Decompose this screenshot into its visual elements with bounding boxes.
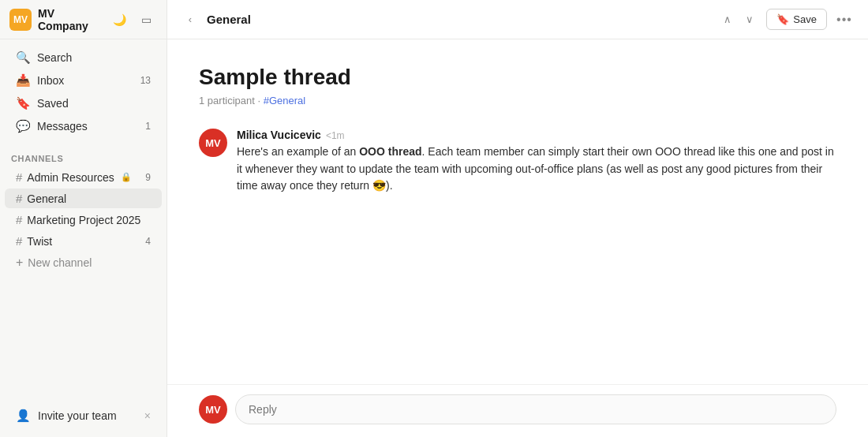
save-label: Save <box>793 13 817 25</box>
message-text-bold: OOO thread <box>359 145 421 158</box>
channel-item-marketing-project[interactable]: # Marketing Project 2025 <box>5 210 162 230</box>
header-icons: 🌙 ▭ <box>108 9 157 31</box>
thread-meta-separator: · <box>257 95 263 106</box>
up-arrow-button[interactable]: ∧ <box>717 9 738 30</box>
inbox-icon: 📥 <box>16 73 30 88</box>
new-channel-button[interactable]: + New channel <box>5 252 162 273</box>
channel-label-marketing: Marketing Project 2025 <box>27 214 140 226</box>
bookmark-icon: 🔖 <box>776 13 789 25</box>
reply-row: MV <box>199 394 836 424</box>
lock-icon: 🔒 <box>121 172 132 182</box>
sidebar-item-saved-label: Saved <box>37 97 69 110</box>
channels-section-label: Channels <box>0 144 166 166</box>
invite-team-label: Invite your team <box>38 409 117 422</box>
channel-item-general[interactable]: # General <box>5 189 162 208</box>
hash-icon: # <box>16 234 22 248</box>
hash-icon: # <box>16 213 22 226</box>
invite-close-button[interactable]: × <box>144 409 151 422</box>
new-channel-label: New channel <box>28 256 92 269</box>
topbar-channel-name: General <box>207 13 251 26</box>
channel-badge-admin-resources: 9 <box>145 172 151 183</box>
sidebar-header: MV MV Company 🌙 ▭ <box>0 0 166 39</box>
sidebar-item-search[interactable]: 🔍 Search <box>5 47 162 69</box>
nav-arrows: ∧ ∨ <box>717 9 760 30</box>
person-icon: 👤 <box>16 409 31 423</box>
down-arrow-button[interactable]: ∨ <box>739 9 760 30</box>
message-body: Milica Vucicevic <1m Here's an example o… <box>237 129 836 195</box>
thread-meta: 1 participant · #General <box>199 95 836 106</box>
message-text: Here's an example of an OOO thread. Each… <box>237 144 836 195</box>
sidebar-item-messages-label: Messages <box>37 120 88 133</box>
company-avatar: MV <box>9 9 32 31</box>
channel-label-admin-resources: Admin Resources <box>27 171 114 184</box>
topbar-right: ∧ ∨ 🔖 Save ••• <box>717 9 855 31</box>
message-author-row: Milica Vucicevic <1m <box>237 129 836 141</box>
thread-area: Sample thread 1 participant · #General M… <box>167 39 868 384</box>
reply-input[interactable] <box>235 394 836 424</box>
reply-avatar: MV <box>199 395 227 424</box>
message-row: MV Milica Vucicevic <1m Here's an exampl… <box>199 129 836 195</box>
sidebar-item-search-label: Search <box>37 51 72 64</box>
reply-area: MV <box>167 384 868 437</box>
messages-badge: 1 <box>145 121 151 132</box>
hash-icon: # <box>16 170 22 184</box>
dark-mode-toggle[interactable]: 🌙 <box>108 9 130 31</box>
thread-participants: 1 participant <box>199 95 255 106</box>
channel-badge-twist: 4 <box>145 236 151 247</box>
channel-item-admin-resources[interactable]: # Admin Resources 🔒 9 <box>5 167 162 187</box>
author-name: Milica Vucicevic <box>237 129 321 141</box>
thread-channel-link[interactable]: #General <box>264 95 305 106</box>
topbar: ‹ General ∧ ∨ 🔖 Save ••• <box>167 0 868 39</box>
save-button[interactable]: 🔖 Save <box>766 9 827 30</box>
author-time: <1m <box>326 130 345 141</box>
inbox-badge: 13 <box>140 75 151 86</box>
sidebar-item-inbox[interactable]: 📥 Inbox 13 <box>5 69 162 92</box>
avatar: MV <box>199 129 227 157</box>
sidebar: MV MV Company 🌙 ▭ 🔍 Search 📥 Inbox 13 🔖 … <box>0 0 167 437</box>
channel-label-twist: Twist <box>27 235 52 248</box>
more-options-button[interactable]: ••• <box>833 9 855 31</box>
sidebar-item-messages[interactable]: 💬 Messages 1 <box>5 115 162 137</box>
main-panel: ‹ General ∧ ∨ 🔖 Save ••• Sample thread 1… <box>167 0 868 437</box>
messages-icon: 💬 <box>16 119 30 133</box>
channel-item-twist[interactable]: # Twist 4 <box>5 231 162 251</box>
sidebar-item-saved[interactable]: 🔖 Saved <box>5 92 162 114</box>
search-icon: 🔍 <box>16 50 30 65</box>
channel-label-general: General <box>27 192 66 205</box>
layout-toggle[interactable]: ▭ <box>135 9 157 31</box>
company-name: MV Company <box>38 7 102 32</box>
hash-icon: # <box>16 192 22 205</box>
sidebar-item-inbox-label: Inbox <box>37 74 64 87</box>
saved-icon: 🔖 <box>16 96 30 110</box>
message-text-before: Here's an example of an <box>237 145 359 158</box>
invite-team-item[interactable]: 👤 Invite your team × <box>5 405 162 427</box>
plus-icon: + <box>16 256 23 270</box>
sidebar-nav: 🔍 Search 📥 Inbox 13 🔖 Saved 💬 Messages 1 <box>0 39 166 144</box>
back-button[interactable]: ‹ <box>180 9 200 30</box>
thread-title: Sample thread <box>199 65 836 90</box>
